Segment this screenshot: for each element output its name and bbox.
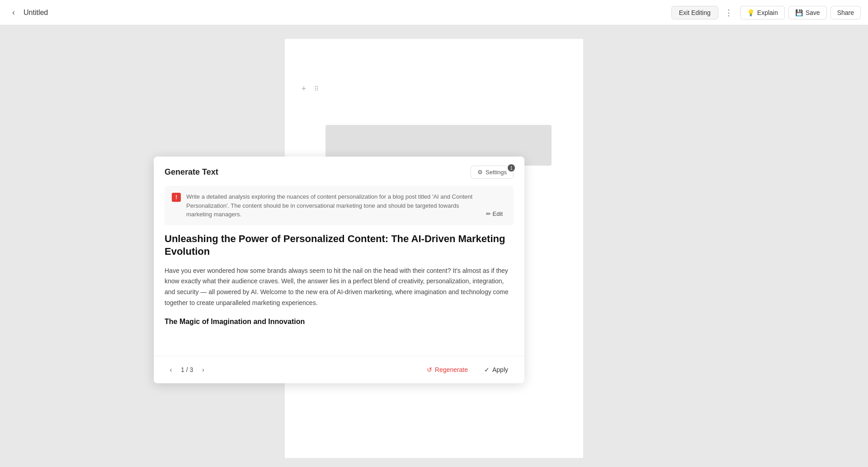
back-button[interactable]: ‹ bbox=[7, 6, 20, 19]
panel-header: Generate Text ⚙ Settings 1 bbox=[154, 157, 524, 186]
generated-subtitle: The Magic of Imagination and Innovation bbox=[165, 318, 514, 326]
share-button[interactable]: Share bbox=[830, 6, 861, 19]
page-indicator: 1 / 3 bbox=[181, 366, 193, 373]
refresh-icon: ↺ bbox=[427, 366, 432, 373]
lightbulb-icon: 💡 bbox=[747, 9, 755, 16]
save-button[interactable]: 💾 Save bbox=[788, 6, 827, 19]
block-controls: + ⠿ bbox=[298, 83, 322, 94]
add-block-button[interactable]: + bbox=[298, 83, 309, 94]
pagination-controls: ‹ 1 / 3 › bbox=[165, 363, 209, 376]
explain-button[interactable]: 💡 Explain bbox=[740, 6, 785, 19]
pencil-icon: ✏ bbox=[486, 210, 491, 217]
settings-badge: 1 bbox=[508, 164, 515, 172]
document-top-area: + ⠿ bbox=[285, 39, 583, 138]
generated-body-text: Have you ever wondered how some brands a… bbox=[165, 266, 514, 309]
generate-text-panel: Generate Text ⚙ Settings 1 ! Write a det… bbox=[154, 157, 524, 383]
checkmark-icon: ✓ bbox=[484, 366, 490, 373]
panel-title: Generate Text bbox=[165, 167, 218, 177]
settings-button[interactable]: ⚙ Settings 1 bbox=[471, 166, 514, 179]
prompt-row: ! Write a detailed analysis exploring th… bbox=[165, 186, 514, 225]
footer-actions: ↺ Regenerate ✓ Apply bbox=[421, 363, 514, 376]
next-page-button[interactable]: › bbox=[197, 363, 209, 376]
apply-button[interactable]: ✓ Apply bbox=[479, 363, 514, 376]
page-title: Untitled bbox=[24, 9, 48, 17]
prev-page-button[interactable]: ‹ bbox=[165, 363, 177, 376]
regenerate-button[interactable]: ↺ Regenerate bbox=[421, 363, 473, 376]
generated-content-area[interactable]: Unleashing the Power of Personalized Con… bbox=[165, 233, 514, 350]
generated-title: Unleashing the Power of Personalized Con… bbox=[165, 233, 514, 258]
top-bar: ‹ Untitled Exit Editing ⋮ 💡 Explain 💾 Sa… bbox=[0, 0, 868, 25]
panel-footer: ‹ 1 / 3 › ↺ Regenerate ✓ Apply bbox=[154, 356, 524, 383]
top-bar-left: ‹ Untitled bbox=[7, 6, 48, 19]
exit-editing-button[interactable]: Exit Editing bbox=[671, 6, 718, 19]
prompt-text: Write a detailed analysis exploring the … bbox=[186, 192, 477, 219]
prompt-error-icon: ! bbox=[172, 193, 181, 202]
edit-prompt-button[interactable]: ✏ Edit bbox=[482, 209, 506, 219]
top-bar-right: Exit Editing ⋮ 💡 Explain 💾 Save Share bbox=[671, 5, 861, 20]
drag-block-handle[interactable]: ⠿ bbox=[311, 83, 322, 94]
gear-icon: ⚙ bbox=[477, 169, 483, 176]
more-options-button[interactable]: ⋮ bbox=[722, 5, 736, 20]
save-icon: 💾 bbox=[795, 9, 803, 16]
main-content: + ⠿ Generate Text ⚙ Settings 1 ! Write a… bbox=[0, 25, 868, 467]
